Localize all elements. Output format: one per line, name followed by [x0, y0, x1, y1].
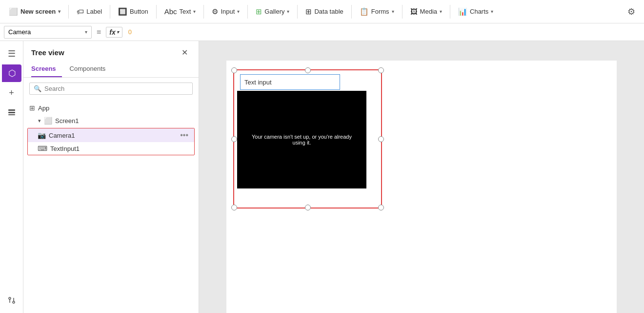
media-button[interactable]: 🖼 Media ▾ [405, 4, 447, 19]
divider-4 [203, 5, 204, 19]
new-screen-chevron: ▾ [58, 9, 60, 14]
new-screen-icon: ⬜ [9, 7, 18, 16]
formula-fx-label: fx [109, 28, 115, 36]
divider-8 [402, 5, 402, 19]
canvas-screen: Text input Your camera isn't set up, or … [226, 61, 617, 313]
tree-item-app[interactable]: ⊞ App [23, 102, 199, 114]
label-label: Label [86, 8, 102, 15]
text-chevron: ▾ [193, 9, 196, 14]
text-icon: Abc [164, 7, 177, 16]
tools-icon [7, 296, 16, 305]
text-label: Text [180, 8, 191, 15]
divider-3 [156, 5, 157, 19]
tree-panel: Tree view ✕ Screens Components 🔍 ⊞ App ▾… [23, 41, 199, 313]
datatable-label: Data table [314, 8, 343, 15]
forms-icon: 📋 [360, 7, 369, 16]
sidebar-hamburger[interactable]: ☰ [2, 45, 21, 63]
forms-chevron: ▾ [392, 9, 394, 14]
tab-screens[interactable]: Screens [31, 62, 62, 77]
handle-br[interactable] [378, 205, 384, 210]
label-icon: 🏷 [77, 7, 84, 16]
handle-tl[interactable] [231, 67, 237, 73]
input-button[interactable]: ⚙ Input ▾ [207, 4, 244, 19]
svg-rect-1 [8, 112, 15, 113]
forms-label: Forms [371, 8, 389, 15]
handle-ml[interactable] [231, 136, 237, 142]
canvas-area[interactable]: Text input Your camera isn't set up, or … [199, 41, 644, 313]
formula-fx-button[interactable]: fx ▾ [106, 27, 122, 38]
label-button[interactable]: 🏷 Label [72, 4, 107, 19]
camera1-more-button[interactable]: ••• [180, 131, 188, 140]
sidebar-layers[interactable]: ⬡ [2, 64, 21, 82]
tree-item-screen1[interactable]: ▾ ⬜ Screen1 [23, 114, 199, 127]
charts-icon: 📊 [458, 7, 467, 16]
formula-dropdown-chevron: ▾ [85, 29, 87, 35]
camera1-label: Camera1 [49, 132, 177, 139]
media-label: Media [420, 8, 437, 15]
media-icon: 🖼 [410, 7, 418, 16]
sidebar-tools[interactable] [2, 292, 21, 309]
media-chevron: ▾ [440, 9, 442, 14]
tree-selected-group: 📷 Camera1 ••• ⌨ TextInput1 [27, 128, 195, 155]
sidebar-data[interactable] [2, 104, 21, 121]
tree-item-textinput1[interactable]: ⌨ TextInput1 [28, 142, 194, 155]
icon-sidebar: ☰ ⬡ + [0, 41, 23, 313]
toolbar: ⬜ New screen ▾ 🏷 Label 🔲 Button Abc Text… [0, 0, 644, 23]
screen-icon: ⬜ [44, 117, 52, 125]
screen1-expand-icon: ▾ [38, 118, 41, 124]
divider-1 [68, 5, 69, 19]
charts-chevron: ▾ [491, 9, 493, 14]
charts-button[interactable]: 📊 Charts ▾ [453, 4, 498, 19]
button-icon: 🔲 [118, 7, 127, 16]
divider-9 [450, 5, 450, 19]
handle-tr[interactable] [378, 67, 384, 73]
svg-point-3 [9, 297, 11, 299]
tree-search-box[interactable]: 🔍 [29, 83, 193, 95]
canvas-textinput-placeholder: Text input [244, 79, 272, 86]
app-label: App [38, 104, 193, 112]
tab-components[interactable]: Components [70, 62, 112, 77]
divider-2 [110, 5, 110, 19]
charts-label: Charts [470, 8, 488, 15]
tree-item-camera1[interactable]: 📷 Camera1 ••• [28, 128, 194, 142]
svg-rect-2 [8, 114, 15, 115]
search-input[interactable] [44, 85, 188, 92]
divider-6 [297, 5, 298, 19]
canvas-textinput[interactable]: Text input [240, 74, 340, 90]
button-button[interactable]: 🔲 Button [113, 4, 153, 19]
svg-point-5 [13, 301, 15, 303]
settings-icon[interactable]: ⚙ [623, 3, 640, 20]
main-layout: ☰ ⬡ + Tree view ✕ Screens C [0, 41, 644, 313]
formula-value: 0 [125, 28, 640, 36]
new-screen-button[interactable]: ⬜ New screen ▾ [4, 4, 65, 19]
tree-header: Tree view ✕ [23, 41, 199, 62]
textinput1-label: TextInput1 [50, 145, 188, 152]
handle-tm[interactable] [305, 67, 311, 73]
text-button[interactable]: Abc Text ▾ [160, 4, 201, 19]
input-label: Input [221, 8, 235, 15]
formula-dropdown[interactable]: Camera ▾ [4, 26, 92, 39]
tree-close-button[interactable]: ✕ [179, 47, 191, 58]
handle-bm[interactable] [305, 205, 311, 210]
tree-title: Tree view [31, 48, 64, 57]
sidebar-add[interactable]: + [2, 84, 21, 102]
formula-fx-chevron: ▾ [117, 29, 119, 35]
forms-button[interactable]: 📋 Forms ▾ [355, 4, 399, 19]
gallery-label: Gallery [264, 8, 284, 15]
handle-bl[interactable] [231, 205, 237, 210]
button-label: Button [130, 8, 148, 15]
tree-tabs: Screens Components [23, 62, 199, 78]
handle-mr[interactable] [378, 136, 384, 142]
datatable-icon: ⊞ [305, 7, 312, 16]
svg-rect-0 [8, 109, 15, 111]
search-icon: 🔍 [34, 85, 41, 92]
canvas-camera[interactable]: Your camera isn't set up, or you're alre… [237, 91, 366, 188]
new-screen-label: New screen [20, 8, 56, 15]
gallery-chevron: ▾ [287, 9, 289, 14]
camera-message: Your camera isn't set up, or you're alre… [237, 134, 366, 146]
screen1-label: Screen1 [55, 117, 193, 125]
app-icon: ⊞ [29, 104, 35, 112]
datatable-button[interactable]: ⊞ Data table [301, 4, 348, 19]
gallery-button[interactable]: ⊞ Gallery ▾ [251, 4, 294, 19]
input-icon: ⚙ [212, 7, 218, 16]
